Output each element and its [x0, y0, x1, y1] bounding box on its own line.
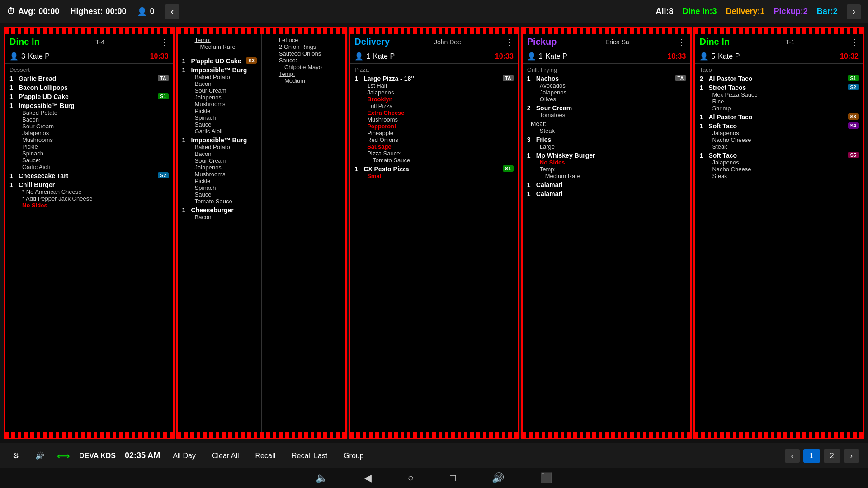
- recents-button[interactable]: □: [450, 472, 456, 484]
- card-menu-dots[interactable]: ⋮: [678, 37, 686, 47]
- next-arrow[interactable]: ›: [847, 4, 861, 19]
- avg-stat: ⏱ Avg: 00:00: [7, 7, 59, 16]
- item-qty: 1: [699, 113, 706, 121]
- order-item[interactable]: 1 Impossible™ Burg Baked Potato Bacon So…: [182, 66, 257, 135]
- item-modifier: Sautéed Onions: [266, 50, 341, 57]
- card-menu-dots[interactable]: ⋮: [160, 37, 169, 47]
- order-item[interactable]: 1 Calamari: [527, 190, 686, 197]
- item-qty: 3: [527, 136, 533, 143]
- item-modifier: Sauce:: [182, 191, 257, 198]
- item-name: Mp Whiskey Burger: [536, 152, 595, 159]
- guest-icon: 👤: [527, 52, 536, 61]
- item-name: Impossible™ Burg: [191, 66, 247, 74]
- vol-down-button[interactable]: 🔈: [316, 472, 328, 484]
- item-modifier: Mushrooms: [9, 136, 169, 143]
- order-item[interactable]: 1 Chili Burger * No American Cheese * Ad…: [9, 181, 169, 209]
- recalllast-button[interactable]: Recall Last: [288, 450, 331, 462]
- item-name: Impossible™ Burg: [191, 136, 247, 144]
- order-item[interactable]: 2 Sour Cream Tomatoes: [527, 104, 686, 118]
- item-modifier: * No American Cheese: [9, 188, 169, 195]
- group-button[interactable]: Group: [340, 450, 367, 462]
- item-name: Bacon Lollipops: [19, 84, 68, 91]
- item-modifier: Mex Pizza Sauce: [699, 91, 859, 98]
- item-name: Garlic Bread: [19, 75, 56, 82]
- guest-count: 3: [21, 52, 25, 61]
- order-item[interactable]: 1 Impossible™ Burg Baked Potato Bacon So…: [9, 102, 169, 170]
- item-modifier: Spinach: [182, 184, 257, 191]
- order-item[interactable]: 1 P'apple UD Cake S3: [182, 57, 257, 65]
- item-badge: S3: [246, 57, 256, 64]
- next-page-button[interactable]: ›: [844, 449, 859, 463]
- sound-button[interactable]: 🔊: [32, 450, 48, 462]
- item-modifier: Steak: [699, 173, 859, 179]
- customer-name: Kate P: [373, 52, 395, 61]
- item-modifier: Bacon: [182, 80, 257, 87]
- order-item[interactable]: 1 Impossible™ Burg Baked Potato Bacon So…: [182, 136, 257, 205]
- allday-button[interactable]: All Day: [169, 450, 199, 462]
- order-item[interactable]: 1 Cheesecake Tart S2: [9, 172, 169, 179]
- guest-stat: 👤 0: [137, 7, 154, 17]
- section-label: Pizza: [354, 66, 514, 73]
- order-item[interactable]: 1 Cheeseburger Bacon: [182, 206, 257, 221]
- item-modifier: Temp:: [266, 70, 341, 77]
- page2-button[interactable]: 2: [824, 449, 840, 463]
- item-badge: TA: [503, 75, 514, 81]
- vol-up-button[interactable]: 🔊: [492, 472, 504, 484]
- item-modifier-red: Extra Cheese: [354, 109, 514, 116]
- order-item[interactable]: 1 Bacon Lollipops: [9, 84, 169, 91]
- recall-button[interactable]: Recall: [252, 450, 279, 462]
- item-modifier: Mushrooms: [182, 101, 257, 108]
- order-item[interactable]: 2 Al Pastor Taco S1: [699, 75, 859, 82]
- item-name: Chili Burger: [19, 181, 55, 188]
- item-name: P'apple UD Cake: [191, 57, 241, 65]
- settings-button[interactable]: ⚙: [9, 450, 23, 462]
- card-header: Pickup Erica Sa ⋮: [523, 34, 691, 50]
- order-item[interactable]: 1 Al Pastor Taco S3: [699, 113, 859, 121]
- item-modifier: Chipotle Mayo: [266, 64, 341, 70]
- card-menu-dots[interactable]: ⋮: [850, 37, 859, 47]
- item-name: Al Pastor Taco: [708, 75, 752, 82]
- page1-button[interactable]: 1: [803, 449, 820, 463]
- count-pickup: Pickup:2: [774, 7, 808, 16]
- item-qty: 1: [699, 84, 706, 91]
- item-badge: TA: [158, 75, 169, 81]
- card-menu-dots[interactable]: ⋮: [505, 37, 514, 47]
- screenshot-button[interactable]: ⬛: [540, 472, 552, 484]
- item-qty: 1: [9, 102, 16, 109]
- item-qty: 1: [527, 152, 533, 159]
- order-item[interactable]: 1 CX Pesto Pizza S1 Small: [354, 165, 514, 179]
- order-item[interactable]: 1 Street Tacos S2 Mex Pizza Sauce Rice S…: [699, 84, 859, 112]
- order-item[interactable]: 1 Mp Whiskey Burger No Sides Temp: Mediu…: [527, 152, 686, 179]
- main-content: Dine In T-4 ⋮ 👤 3 Kate P 10:33 Dessert 1…: [0, 23, 868, 443]
- item-modifier: Rice: [699, 98, 859, 105]
- item-name: Impossible™ Burg: [19, 102, 75, 109]
- current-time: 02:35 AM: [125, 451, 160, 460]
- order-item[interactable]: 1 Large Pizza - 18" TA 1st Half Jalapeno…: [354, 75, 514, 164]
- prev-page-button[interactable]: ‹: [785, 449, 800, 463]
- item-modifier: Tomato Sauce: [182, 198, 257, 205]
- order-item[interactable]: 3 Fries Large: [527, 136, 686, 150]
- count-delivery: Delivery:1: [726, 7, 765, 16]
- section-label: Grill, Frying: [527, 66, 686, 73]
- item-modifier: Tomato Sauce: [354, 157, 514, 164]
- item-modifier: Medium: [266, 77, 341, 84]
- customer-info: 👤 3 Kate P: [9, 52, 50, 61]
- card-delivery: Delivery John Doe ⋮ 👤 1 Kate P 10:33 Piz…: [349, 27, 519, 439]
- station-name: DEVA KDS: [79, 452, 116, 460]
- home-button[interactable]: ○: [408, 472, 414, 484]
- item-name: CX Pesto Pizza: [363, 165, 409, 173]
- order-item[interactable]: 1 Calamari: [527, 181, 686, 188]
- order-item[interactable]: 1 P'apple UD Cake S1: [9, 93, 169, 100]
- item-qty: 1: [182, 57, 189, 65]
- order-item[interactable]: 1 Nachos TA Avocados Jalapenos Olives: [527, 75, 686, 103]
- order-item[interactable]: 1 Soft Taco S5 Jalapenos Nacho Cheese St…: [699, 152, 859, 179]
- back-button[interactable]: ◀: [364, 472, 372, 484]
- avg-label: Avg:: [18, 7, 36, 16]
- clearall-button[interactable]: Clear All: [208, 450, 243, 462]
- item-modifier: Bacon: [182, 150, 257, 157]
- item-modifier: Spinach: [182, 114, 257, 121]
- prev-arrow[interactable]: ‹: [165, 4, 179, 19]
- order-item[interactable]: 1 Garlic Bread TA: [9, 75, 169, 82]
- order-item[interactable]: 1 Soft Taco S4 Jalapenos Nacho Cheese St…: [699, 122, 859, 150]
- item-name: Soft Taco: [708, 152, 737, 159]
